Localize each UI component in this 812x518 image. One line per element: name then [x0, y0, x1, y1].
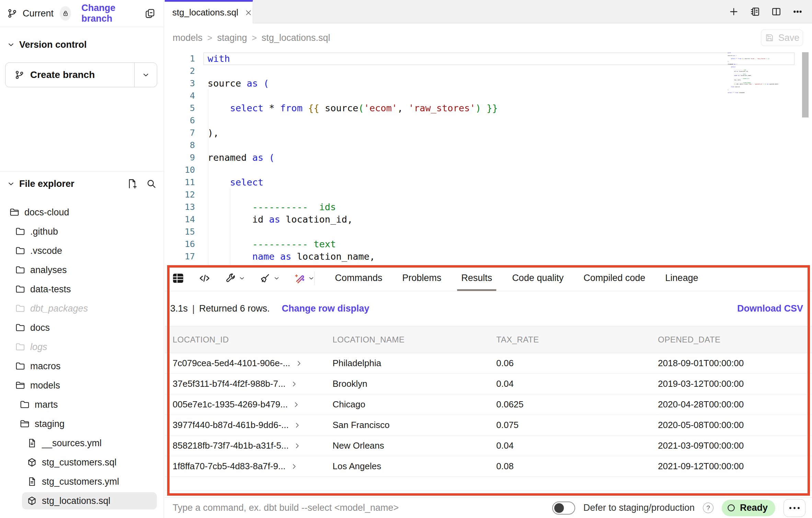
- new-file-icon[interactable]: [127, 178, 138, 189]
- code-line-17[interactable]: 17 name as location_name,: [165, 250, 812, 262]
- code-lines: 1with23source as (45 select * from {{ so…: [165, 52, 812, 262]
- folder-icon: [15, 226, 25, 237]
- cube-icon: [27, 496, 37, 506]
- table-cell: Los Angeles: [333, 461, 496, 472]
- save-button[interactable]: Save: [761, 30, 803, 46]
- code-line-10[interactable]: 10: [165, 164, 812, 176]
- panel-toolbar: CommandsProblemsResultsCode qualityCompi…: [165, 265, 812, 291]
- tree-item-logs[interactable]: logs: [0, 337, 164, 357]
- build-tool[interactable]: [224, 272, 245, 284]
- tree-item-data-tests[interactable]: data-tests: [0, 280, 164, 299]
- code-line-15[interactable]: 15: [165, 225, 812, 238]
- line-content: select * from {{ source('ecom', 'raw_sto…: [208, 103, 498, 113]
- split-editor-icon[interactable]: [771, 6, 782, 17]
- branch-locked-badge: [60, 6, 71, 21]
- expand-cell-icon[interactable]: [293, 442, 301, 450]
- tree-item-analyses[interactable]: analyses: [0, 260, 164, 280]
- panel-tab-commands[interactable]: Commands: [331, 265, 386, 291]
- breadcrumb-item[interactable]: staging: [217, 33, 247, 43]
- tree-item-staging[interactable]: staging: [0, 414, 164, 433]
- code-line-14[interactable]: 14 id as location_id,: [165, 213, 812, 225]
- git-branch-icon: [14, 70, 25, 80]
- tree-item-docs-cloud[interactable]: docs-cloud: [0, 203, 164, 222]
- expand-cell-icon[interactable]: [290, 380, 298, 388]
- code-line-5[interactable]: 5 select * from {{ source('ecom', 'raw_s…: [165, 102, 812, 114]
- change-row-display-link[interactable]: Change row display: [282, 303, 369, 314]
- tree-item-marts[interactable]: marts: [0, 395, 164, 414]
- code-line-2[interactable]: 2: [165, 65, 812, 77]
- breadcrumb-item[interactable]: stg_locations.sql: [262, 33, 330, 43]
- tree-item-stg-customers-sql[interactable]: stg_customers.sql: [0, 453, 164, 472]
- code-editor[interactable]: 1with23source as (45 select * from {{ so…: [165, 52, 812, 265]
- tree-item-docs[interactable]: docs: [0, 318, 164, 337]
- line-content: id as location_id,: [208, 214, 353, 225]
- folder-icon: [15, 284, 25, 294]
- folder-open-icon: [9, 207, 20, 217]
- close-tab-icon[interactable]: [244, 9, 253, 17]
- minimap[interactable]: withsource as ( select * from {{ source(…: [728, 52, 800, 93]
- breadcrumb-item[interactable]: models: [173, 33, 202, 43]
- code-line-8[interactable]: 8: [165, 139, 812, 151]
- expand-cell-icon[interactable]: [290, 463, 298, 470]
- tree-item-models[interactable]: models: [0, 376, 164, 395]
- tab-stg-locations-sql[interactable]: stg_locations.sql: [165, 0, 253, 23]
- code-line-13[interactable]: 13 ---------- ids: [165, 201, 812, 213]
- panel-tab-code-quality[interactable]: Code quality: [508, 265, 568, 291]
- code-line-9[interactable]: 9renamed as (: [165, 151, 812, 164]
- version-control-header[interactable]: Version control: [0, 37, 164, 53]
- code-line-3[interactable]: 3source as (: [165, 77, 812, 89]
- folder-icon: [15, 303, 25, 314]
- panel-tab-lineage[interactable]: Lineage: [661, 265, 702, 291]
- new-tab-icon[interactable]: [728, 6, 739, 17]
- panel-tab-problems[interactable]: Problems: [398, 265, 445, 291]
- tree-item-stg-customers-yml[interactable]: stg_customers.yml: [0, 472, 164, 491]
- tree-item-macros[interactable]: macros: [0, 357, 164, 376]
- preview-table-icon[interactable]: [172, 272, 185, 285]
- download-csv-link[interactable]: Download CSV: [737, 303, 803, 314]
- tree-item-dbt-packages[interactable]: dbt_packages: [0, 299, 164, 318]
- changelog-icon[interactable]: [750, 6, 761, 17]
- rows-returned: Returned 6 rows.: [199, 303, 270, 314]
- code-line-12[interactable]: 12: [165, 188, 812, 201]
- panel-tab-results[interactable]: Results: [457, 265, 496, 291]
- create-branch-dropdown[interactable]: [134, 63, 157, 87]
- save-icon: [765, 33, 774, 43]
- code-line-4[interactable]: 4: [165, 89, 812, 102]
- table-cell: 0.08: [496, 461, 658, 472]
- editor-more-icon[interactable]: [792, 6, 803, 17]
- defer-toggle[interactable]: [552, 502, 575, 515]
- tree-item-stg-locations-sql[interactable]: stg_locations.sql: [0, 491, 164, 510]
- change-branch-link[interactable]: Change branch: [81, 3, 135, 24]
- command-bar-more-button[interactable]: [784, 499, 805, 517]
- dbt-cloud-ide: Current Change branch Version control: [0, 0, 812, 518]
- code-line-6[interactable]: 6: [165, 114, 812, 126]
- file-explorer-header[interactable]: File explorer: [0, 176, 164, 192]
- fix-with-ai-tool[interactable]: [294, 272, 315, 284]
- command-input[interactable]: [173, 503, 552, 513]
- file-tree: docs-cloud.github.vscodeanalysesdata-tes…: [0, 203, 164, 510]
- tree-item-label: docs-cloud: [24, 207, 69, 218]
- line-number: 6: [165, 115, 195, 125]
- ide-status-badge[interactable]: Ready: [722, 500, 775, 516]
- cell-location-id: 3977f440-b87d-461b-9dd6-...: [173, 420, 333, 430]
- compile-code-icon[interactable]: [198, 272, 211, 284]
- tree-item--sources-yml[interactable]: __sources.yml: [0, 433, 164, 453]
- line-number: 4: [165, 91, 195, 101]
- expand-cell-icon[interactable]: [292, 401, 300, 408]
- lint-tool[interactable]: [259, 272, 280, 284]
- panel-tab-compiled-code[interactable]: Compiled code: [579, 265, 649, 291]
- copy-icon[interactable]: [144, 8, 155, 19]
- editor-scrollbar[interactable]: [802, 52, 809, 117]
- code-line-11[interactable]: 11 select: [165, 176, 812, 188]
- code-line-16[interactable]: 16 ---------- text: [165, 238, 812, 250]
- help-icon[interactable]: ?: [703, 503, 714, 513]
- expand-cell-icon[interactable]: [293, 421, 301, 429]
- code-line-7[interactable]: 7),: [165, 126, 812, 139]
- expand-cell-icon[interactable]: [295, 360, 303, 367]
- code-line-1[interactable]: 1with: [165, 52, 812, 65]
- line-number: 16: [165, 239, 195, 249]
- tree-item--vscode[interactable]: .vscode: [0, 241, 164, 260]
- create-branch-button[interactable]: Create branch: [5, 63, 157, 87]
- search-icon[interactable]: [146, 178, 157, 189]
- tree-item--github[interactable]: .github: [0, 222, 164, 241]
